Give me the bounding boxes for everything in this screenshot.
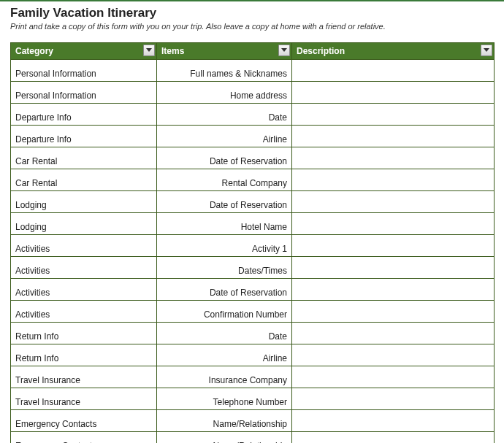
svg-marker-1 [281,48,287,52]
cell-description[interactable] [292,235,495,257]
cell-items[interactable]: Home address [157,82,292,104]
cell-items[interactable]: Dates/Times [157,257,292,279]
cell-description[interactable] [292,191,495,213]
cell-description[interactable] [292,432,495,444]
cell-description[interactable] [292,257,495,279]
cell-category[interactable]: Activities [11,301,157,323]
table-row: Car RentalRental Company [11,169,495,191]
cell-description[interactable] [292,60,495,82]
cell-category[interactable]: Return Info [11,344,157,366]
cell-category[interactable]: Departure Info [11,126,157,147]
table-row: LodgingHotel Name [11,213,495,235]
page-subtitle: Print and take a copy of this form with … [10,22,494,31]
table-row: Return InfoDate [11,323,495,344]
cell-items[interactable]: Date of Reservation [157,147,292,169]
chevron-down-icon [484,48,489,53]
cell-description[interactable] [292,366,495,388]
cell-category[interactable]: Car Rental [11,147,157,169]
cell-items[interactable]: Name/Relationship [157,410,292,432]
filter-button-items[interactable] [278,45,290,56]
cell-items[interactable]: Rental Company [157,169,292,191]
cell-items[interactable]: Date [157,323,292,344]
page-title: Family Vacation Itinerary [10,6,494,20]
table-row: Departure InfoAirline [11,126,495,147]
cell-items[interactable]: Name/Relationship [157,432,292,444]
cell-category[interactable]: Lodging [11,191,157,213]
table-row: Car RentalDate of Reservation [11,147,495,169]
cell-description[interactable] [292,147,495,169]
cell-items[interactable]: Full names & Nicknames [157,60,292,82]
cell-items[interactable]: Activity 1 [157,235,292,257]
table-row: Personal InformationFull names & Nicknam… [11,60,495,82]
svg-marker-0 [146,48,152,52]
chevron-down-icon [281,48,287,53]
header-description: Description [292,43,495,60]
cell-items[interactable]: Date of Reservation [157,191,292,213]
filter-button-category[interactable] [143,45,155,56]
cell-description[interactable] [292,104,495,126]
cell-category[interactable]: Personal Information [11,60,157,82]
header-category: Category [11,43,157,60]
cell-category[interactable]: Travel Insurance [11,388,157,410]
cell-category[interactable]: Travel Insurance [11,366,157,388]
table-row: Return InfoAirline [11,344,495,366]
cell-description[interactable] [292,388,495,410]
cell-category[interactable]: Car Rental [11,169,157,191]
cell-items[interactable]: Insurance Company [157,366,292,388]
table-row: Travel InsuranceTelephone Number [11,388,495,410]
header-category-label: Category [15,46,53,56]
table-row: ActivitiesConfirmation Number [11,301,495,323]
filter-button-description[interactable] [481,45,492,56]
cell-category[interactable]: Emergency Contacts [11,432,157,444]
cell-description[interactable] [292,213,495,235]
cell-description[interactable] [292,279,495,301]
cell-description[interactable] [292,82,495,104]
header-description-label: Description [297,46,345,56]
cell-items[interactable]: Date of Reservation [157,279,292,301]
table-row: ActivitiesDate of Reservation [11,279,495,301]
cell-category[interactable]: Personal Information [11,82,157,104]
cell-items[interactable]: Date [157,104,292,126]
cell-category[interactable]: Return Info [11,323,157,344]
cell-description[interactable] [292,301,495,323]
cell-description[interactable] [292,410,495,432]
svg-marker-2 [484,48,489,52]
header-items-label: Items [161,46,184,56]
table-row: LodgingDate of Reservation [11,191,495,213]
cell-items[interactable]: Airline [157,126,292,147]
table-row: Emergency ContactsName/Relationship [11,410,495,432]
table-row: Emergency ContactsName/Relationship [11,432,495,444]
cell-description[interactable] [292,126,495,147]
cell-items[interactable]: Telephone Number [157,388,292,410]
cell-description[interactable] [292,323,495,344]
cell-items[interactable]: Hotel Name [157,213,292,235]
table-row: Travel InsuranceInsurance Company [11,366,495,388]
cell-category[interactable]: Activities [11,279,157,301]
table-body: Personal InformationFull names & Nicknam… [11,60,495,444]
itinerary-table: Category Items Description [10,42,495,443]
cell-category[interactable]: Emergency Contacts [11,410,157,432]
cell-category[interactable]: Activities [11,257,157,279]
header-items: Items [157,43,292,60]
cell-items[interactable]: Confirmation Number [157,301,292,323]
table-header-row: Category Items Description [11,43,495,60]
table-row: ActivitiesDates/Times [11,257,495,279]
table-row: Departure InfoDate [11,104,495,126]
table-row: Personal InformationHome address [11,82,495,104]
table-row: ActivitiesActivity 1 [11,235,495,257]
cell-description[interactable] [292,169,495,191]
cell-items[interactable]: Airline [157,344,292,366]
chevron-down-icon [146,48,152,53]
cell-category[interactable]: Departure Info [11,104,157,126]
cell-description[interactable] [292,344,495,366]
cell-category[interactable]: Activities [11,235,157,257]
cell-category[interactable]: Lodging [11,213,157,235]
document-container: Family Vacation Itinerary Print and take… [0,1,504,443]
